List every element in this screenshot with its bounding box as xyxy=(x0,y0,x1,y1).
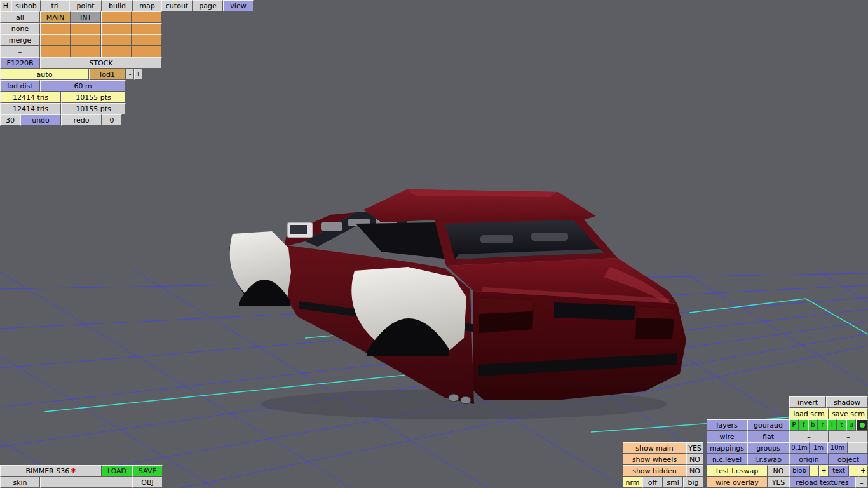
merge-button[interactable]: merge xyxy=(0,34,40,46)
lod-auto-button[interactable]: auto xyxy=(0,69,89,80)
submesh-slot-int[interactable]: INT xyxy=(71,11,101,23)
load-scm-button[interactable]: load scm xyxy=(789,408,829,419)
test-lr-swap-value[interactable]: NO xyxy=(768,465,789,477)
text-minus-button[interactable]: - xyxy=(849,465,858,477)
object-button[interactable]: object xyxy=(829,454,868,465)
nrm-off-button[interactable]: off xyxy=(642,477,663,488)
blob-button[interactable]: blob xyxy=(789,465,810,477)
layers-button[interactable]: layers xyxy=(707,419,747,431)
selection-row-dash: – xyxy=(0,46,162,57)
wire-flat-row: wire flat xyxy=(707,431,789,442)
submesh-slot[interactable] xyxy=(101,23,132,34)
tab-point[interactable]: point xyxy=(69,0,102,11)
reload-dash-button[interactable]: – xyxy=(855,477,868,488)
tab-map[interactable]: map xyxy=(133,0,161,11)
flat-button[interactable]: flat xyxy=(747,431,789,442)
channel-row: P f b r l t u xyxy=(789,419,868,431)
channel-l-button[interactable]: l xyxy=(827,419,837,431)
load-button[interactable]: LOAD xyxy=(102,465,132,477)
text-button[interactable]: text xyxy=(829,465,849,477)
lod-plus-button[interactable]: + xyxy=(134,69,142,80)
channel-indicator-button[interactable] xyxy=(856,419,868,431)
groups-button[interactable]: groups xyxy=(747,442,789,454)
lr-swap-button[interactable]: l.r.swap xyxy=(747,454,789,465)
lod-current-button[interactable]: lod1 xyxy=(89,69,126,80)
show-wheels-button[interactable]: show wheels xyxy=(623,454,686,465)
submesh-slot[interactable] xyxy=(40,46,71,57)
submesh-slot[interactable] xyxy=(71,23,101,34)
tab-hide[interactable]: H xyxy=(0,0,11,11)
grid-dash-button[interactable]: – xyxy=(848,442,868,454)
channel-u-button[interactable]: u xyxy=(846,419,856,431)
channel-t-button[interactable]: t xyxy=(837,419,846,431)
channel-f-button[interactable]: f xyxy=(799,419,808,431)
save-button[interactable]: SAVE xyxy=(132,465,163,477)
show-wheels-value[interactable]: NO xyxy=(686,454,703,465)
grid-01m-button[interactable]: 0.1m xyxy=(789,442,810,454)
show-main-value[interactable]: YES xyxy=(686,442,703,454)
reload-textures-button[interactable]: reload textures xyxy=(789,477,855,488)
save-scm-button[interactable]: save scm xyxy=(829,408,868,419)
model-id-row: F1220B STOCK xyxy=(0,57,162,69)
submesh-slot[interactable] xyxy=(101,11,132,23)
submesh-slot[interactable] xyxy=(101,46,132,57)
text-plus-button[interactable]: + xyxy=(858,465,868,477)
channel-b-button[interactable]: b xyxy=(808,419,818,431)
lod-minus-button[interactable]: - xyxy=(126,69,134,80)
blob-plus-button[interactable]: + xyxy=(819,465,829,477)
select-none-button[interactable]: none xyxy=(0,23,40,34)
channel-p-button[interactable]: P xyxy=(789,419,799,431)
submesh-slot[interactable] xyxy=(101,34,132,46)
dash-b-button[interactable]: – xyxy=(829,431,868,442)
submesh-slot-main[interactable]: MAIN xyxy=(40,11,71,23)
submesh-slot[interactable] xyxy=(71,34,101,46)
model-id-button[interactable]: F1220B xyxy=(0,57,40,69)
channel-r-button[interactable]: r xyxy=(818,419,827,431)
submesh-slot[interactable] xyxy=(71,46,101,57)
tab-build[interactable]: build xyxy=(102,0,133,11)
submesh-slot[interactable] xyxy=(132,11,162,23)
dash-a-button[interactable]: – xyxy=(789,431,829,442)
show-main-button[interactable]: show main xyxy=(623,442,686,454)
config-name-button[interactable]: STOCK xyxy=(40,57,162,69)
submesh-slot[interactable] xyxy=(132,23,162,34)
gouraud-button[interactable]: gouraud xyxy=(747,419,789,431)
wire-overlay-row: wire overlay YES xyxy=(707,477,789,488)
nrm-button[interactable]: nrm xyxy=(623,477,642,488)
shadow-button[interactable]: shadow xyxy=(826,396,868,408)
wire-overlay-value[interactable]: YES xyxy=(768,477,789,488)
show-hidden-value[interactable]: NO xyxy=(686,465,703,477)
nc-level-button[interactable]: n.c.level xyxy=(707,454,747,465)
skin-name-field[interactable] xyxy=(40,477,132,488)
nrm-sml-button[interactable]: sml xyxy=(663,477,683,488)
tab-subob[interactable]: subob xyxy=(11,0,41,11)
skin-button[interactable]: skin xyxy=(0,477,40,488)
tab-view[interactable]: view xyxy=(223,0,254,11)
show-hidden-button[interactable]: show hidden xyxy=(623,465,686,477)
lod-dist-value[interactable]: 60 m xyxy=(40,80,126,92)
submesh-slot[interactable] xyxy=(132,46,162,57)
nrm-big-button[interactable]: big xyxy=(683,477,703,488)
obj-export-button[interactable]: OBJ xyxy=(132,477,163,488)
submesh-slot[interactable] xyxy=(132,34,162,46)
blob-minus-button[interactable]: - xyxy=(810,465,819,477)
grid-10m-button[interactable]: 10m xyxy=(827,442,848,454)
tab-tri[interactable]: tri xyxy=(41,0,69,11)
wire-overlay-button[interactable]: wire overlay xyxy=(707,477,768,488)
submesh-slot[interactable] xyxy=(40,34,71,46)
select-all-button[interactable]: all xyxy=(0,11,40,23)
origin-button[interactable]: origin xyxy=(789,454,829,465)
lod-dist-label[interactable]: lod dist xyxy=(0,80,40,92)
redo-button[interactable]: redo xyxy=(61,114,102,126)
undo-button[interactable]: undo xyxy=(20,114,61,126)
submesh-slot[interactable] xyxy=(40,23,71,34)
selection-dash-button[interactable]: – xyxy=(0,46,40,57)
invert-button[interactable]: invert xyxy=(789,396,826,408)
car-name-button[interactable]: BIMMER S36 ✱ xyxy=(0,465,102,477)
mappings-button[interactable]: mappings xyxy=(707,442,747,454)
wire-button[interactable]: wire xyxy=(707,431,747,442)
tab-page[interactable]: page xyxy=(193,0,223,11)
grid-1m-button[interactable]: 1m xyxy=(810,442,827,454)
tab-cutout[interactable]: cutout xyxy=(161,0,193,11)
test-lr-swap-button[interactable]: test l.r.swap xyxy=(707,465,768,477)
